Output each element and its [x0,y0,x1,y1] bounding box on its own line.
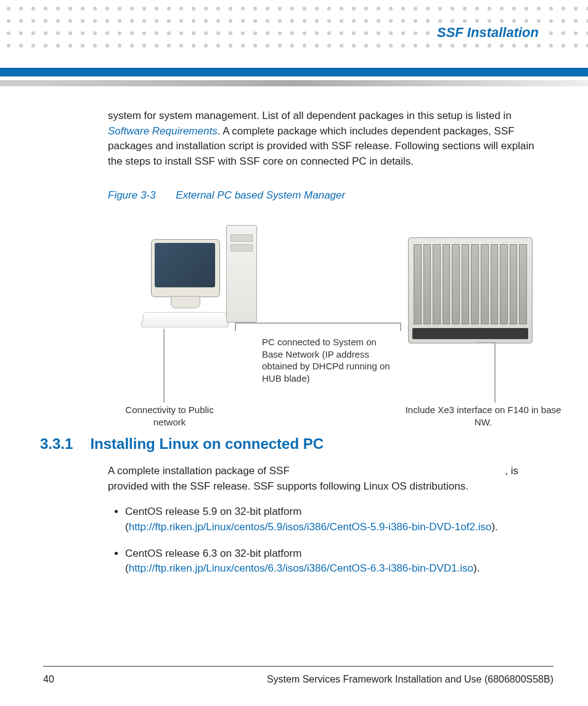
pc-tower-icon [226,225,257,322]
figure-label-pc-network: PC connected to System on Base Network (… [262,336,398,384]
page-number: 40 [43,674,54,685]
leader-line-xe3-h [477,342,496,343]
section-intro-paragraph: A complete installation package of SSF ,… [108,464,545,494]
connection-line [235,322,401,324]
leader-line-xe3 [494,342,496,403]
pc-screen-icon [155,243,215,287]
pc-stand-icon [171,296,200,308]
section-heading-row: 3.3.1 Installing Linux on connected PC [40,433,545,455]
section-number: 3.3.1 [40,433,73,455]
section-title: Installing Linux on connected PC [90,433,324,455]
page-footer: 40 System Services Framework Installatio… [43,674,553,685]
connection-stub-left [235,322,236,331]
decorative-dotted-header: SSF Installation [0,0,588,51]
figure-3-3-diagram: PC connected to System on Base Network (… [89,218,570,421]
intro-paragraph: system for system management. List of al… [108,109,545,170]
figure-caption: Figure 3-3 External PC based System Mana… [108,188,545,203]
keyboard-icon [141,312,229,327]
leader-line-connectivity [163,329,165,403]
distro-0-url-link[interactable]: http://ftp.riken.jp/Linux/centos/5.9/iso… [129,521,492,533]
figure-label-connectivity: Connectivity to Public network [108,404,231,428]
figure-number: Figure 3-3 [108,189,155,201]
connection-stub-right [400,322,401,331]
document-title-footer: System Services Framework Installation a… [267,674,553,685]
list-item: CentOS release 5.9 on 32-bit platform (h… [125,504,545,535]
figure-label-xe3: Include Xe3 interface on F140 in base NW… [403,404,563,428]
page-header-title: SSF Installation [433,25,542,41]
list-item: CentOS release 6.3 on 32-bit platform (h… [125,546,545,577]
software-requirements-link[interactable]: Software Requirements [108,125,218,137]
header-gray-bar [0,80,588,86]
section-para-before: A complete installation package of SSF [108,465,290,477]
distro-0-after: ). [491,521,497,533]
distro-1-url-link[interactable]: http://ftp.riken.jp/Linux/centos/6.3/iso… [129,562,473,574]
distro-1-after: ). [473,562,480,574]
intro-text-before: system for system management. List of al… [108,110,512,121]
footer-rule [43,666,553,667]
header-blue-bar [0,68,588,76]
figure-title: External PC based System Manager [176,189,345,201]
distro-list: CentOS release 5.9 on 32-bit platform (h… [108,504,545,577]
chassis-icon [408,237,533,343]
